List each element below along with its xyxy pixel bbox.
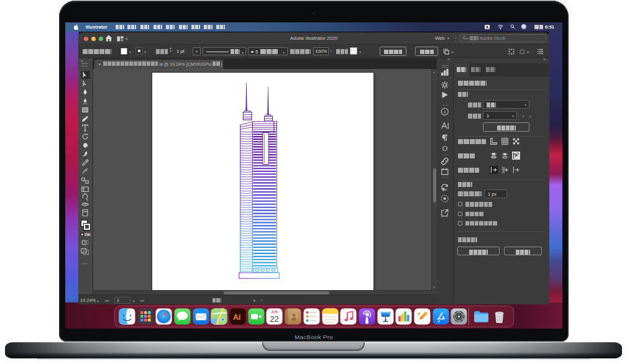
svg-text:JUN: JUN: [272, 310, 278, 314]
svg-text:22: 22: [270, 314, 279, 323]
svg-text:Ai: Ai: [233, 313, 240, 322]
svg-text:O: O: [442, 144, 448, 153]
